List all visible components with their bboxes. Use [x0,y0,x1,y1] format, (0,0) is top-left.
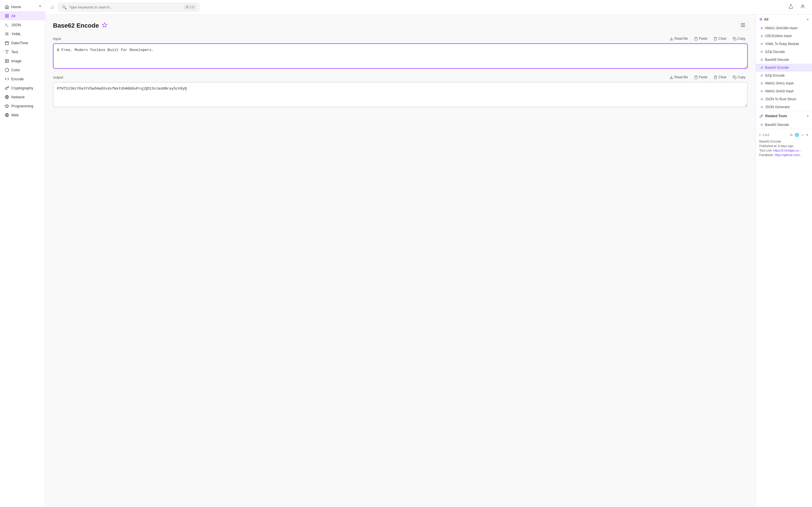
rs-item-label: GZip Encode [765,73,784,77]
rs-all-item[interactable]: ⚙ JSON Generator [756,103,812,111]
rs-item-icon: ⚙ [760,82,763,86]
svg-rect-27 [734,38,736,40]
output-label: output [53,75,63,79]
input-clear-button[interactable]: Clear [711,36,729,42]
sidebar-item-label: Programming [11,104,33,108]
version-feedback-row: Feedback: https://github.com/... [759,153,809,157]
topbar: ⌂ 🔍 ⌘ + K [45,0,812,15]
rs-item-icon: ⚙ [760,105,763,109]
user-button[interactable] [798,3,808,11]
output-clear-button[interactable]: Clear [711,74,729,80]
rs-all-item[interactable]: ⚙ HMAC-SHA1 Hash [756,79,812,87]
tool-panel: Base62 Encode input [45,15,756,507]
version-globe-button[interactable]: 🌐 [794,132,800,137]
all-items-list: ⚙ HMAC-SHA384 Hash ⚙ CRC81Wire Hash ⚙ YA… [756,24,812,111]
rs-all-item[interactable]: ⚙ YAML To Ruby Module [756,40,812,48]
rs-related-item[interactable]: ⚙ Base62 Decode [756,121,812,129]
version-tool-link-row: Tool Link: https://t.he3app.co... [759,149,809,152]
version-chevron-button[interactable]: ▾ [806,132,809,137]
all-section-header[interactable]: ⚙ All ▾ [756,15,812,24]
output-copy-button[interactable]: Copy [730,74,748,80]
sidebar-item-json[interactable]: JSON [0,20,45,29]
all-section-label: All [764,17,768,21]
rs-item-label: YAML To Ruby Module [765,42,799,46]
version-title: Base62 Encode [759,140,809,143]
version-check-button[interactable]: ✓ [801,132,805,137]
all-chevron-icon: ▾ [807,18,809,21]
tool-link[interactable]: https://t.he3app.co... [773,149,802,152]
rs-item-label: HMAC-SHA0 Hash [765,89,794,93]
sidebar-item-datetime[interactable]: Date/Time [0,38,45,47]
rs-all-item[interactable]: ⚙ CRC81Wire Hash [756,32,812,40]
version-copy-button[interactable]: ⧉ [790,132,793,137]
input-paste-button[interactable]: Paste [692,36,710,42]
rs-all-item[interactable]: ⚙ GZip Encode [756,71,812,79]
sidebar-item-yaml[interactable]: YAML [0,29,45,38]
feedback-link[interactable]: https://github.com/... [774,153,802,157]
datetime-icon [4,41,9,45]
input-textarea[interactable]: A Free, Modern Toolbox Built for Develop… [53,43,748,69]
rs-all-item[interactable]: ⚙ JSON To Rust Struct [756,95,812,103]
svg-rect-28 [695,76,696,76]
svg-rect-8 [5,41,8,45]
sidebar-item-color[interactable]: Color [0,65,45,74]
topbar-actions [786,3,808,11]
sidebar-item-all[interactable]: All [0,11,45,20]
version-published: Published at: 6 days ago [759,144,809,148]
search-input[interactable] [69,5,182,9]
rs-all-item[interactable]: ⚙ GZip Decode [756,48,812,56]
version-number: 1.0.0 [762,133,769,136]
sidebar-item-web[interactable]: Web [0,110,45,119]
related-section: 🔗 Related Tools ▾ ⚙ Base62 Decode [756,111,812,129]
rs-all-item[interactable]: ⚙ Base58 Decode [756,56,812,64]
rs-item-label: JSON Generator [765,105,790,109]
input-label: input [53,37,61,41]
related-items-list: ⚙ Base62 Decode [756,121,812,129]
output-textarea[interactable]: PfHTSl5KcY6atFV5w5Ha8XxdxfWxtUhAGK0uPrqj… [53,82,748,107]
content: Base62 Encode input [45,15,812,507]
favorite-button[interactable] [102,22,107,29]
page-title: Base62 Encode [53,22,99,29]
share-button[interactable] [786,3,796,11]
output-paste-button[interactable]: Paste [692,74,710,80]
sidebar-item-network[interactable]: Network [0,93,45,101]
rs-related-item-icon: ⚙ [760,123,763,127]
input-actions: Read file Paste [667,36,748,42]
search-bar: 🔍 ⌘ + K [58,3,199,11]
rs-item-label: GZip Decode [765,50,785,54]
collapse-button[interactable]: « [39,3,42,8]
sidebar-item-text[interactable]: Text [0,47,45,56]
search-icon: 🔍 [62,5,67,10]
rs-all-item[interactable]: ⚙ Base62 Encode [756,64,812,71]
layout-button[interactable] [738,21,748,30]
sidebar-item-label: YAML [11,32,21,36]
sidebar-item-label: JSON [11,23,21,27]
sidebar-item-label: Web [11,113,19,117]
home-button[interactable]: ⌂ [50,3,55,11]
related-chevron-icon: ▾ [807,114,809,118]
svg-marker-23 [102,22,107,27]
output-read-file-button[interactable]: Read file [667,74,690,80]
sidebar-item-image[interactable]: Image [0,56,45,65]
input-copy-button[interactable]: Copy [730,36,748,42]
sidebar-item-label: Color [11,68,20,72]
rs-item-icon: ⚙ [760,98,763,101]
rs-item-icon: ⚙ [760,50,763,54]
related-section-header[interactable]: 🔗 Related Tools ▾ [756,111,812,121]
input-read-file-button[interactable]: Read file [667,36,690,42]
rs-item-label: Base62 Encode [765,66,789,69]
sidebar-item-cryptography[interactable]: Cryptography [0,83,45,93]
sidebar-item-label: Cryptography [11,86,33,90]
right-sidebar: ⚙ All ▾ ⚙ HMAC-SHA384 Hash ⚙ CRC81Wire H… [756,15,812,507]
color-icon [4,68,9,72]
text-icon [4,50,9,54]
network-icon [4,95,9,99]
rs-all-item[interactable]: ⚙ HMAC-SHA384 Hash [756,24,812,32]
main-area: ⌂ 🔍 ⌘ + K Base62 Encode [45,0,812,507]
sidebar-item-encode[interactable]: Encode [0,74,45,83]
svg-rect-26 [695,37,696,38]
rs-item-label: HMAC-SHA384 Hash [765,26,797,30]
sidebar-item-programming[interactable]: Programming [0,101,45,110]
sidebar-item-home[interactable]: Home [0,2,45,11]
rs-all-item[interactable]: ⚙ HMAC-SHA0 Hash [756,87,812,95]
